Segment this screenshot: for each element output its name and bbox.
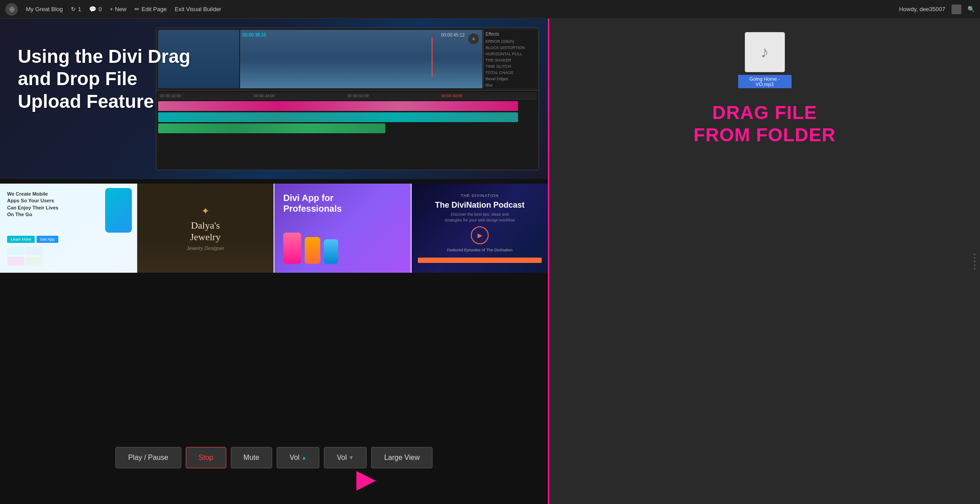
thumb1-btn2[interactable]: Get App [37, 236, 58, 243]
video-editor-top: + 00:00:38:15 00:00:45:12 Effects ERROR … [156, 28, 539, 90]
message-icon: 💬 [89, 6, 96, 12]
vol-up-label: Vol [290, 454, 299, 462]
drag-arrow-indicator [356, 471, 376, 491]
plus-icon[interactable]: + [468, 33, 479, 44]
new-label: + New [110, 6, 127, 12]
thumbnail-divi-app[interactable]: Divi App for Professionals [274, 184, 412, 273]
thumb1-title: We Create Mobile Apps So Your Users Can … [7, 191, 61, 218]
vol-down-label: Vol [337, 454, 347, 462]
video-thumb-main: + 00:00:38:15 00:00:45:12 [240, 30, 483, 88]
play-pause-label: Play / Pause [128, 454, 168, 462]
right-arrow-icon [356, 471, 376, 491]
comments-link[interactable]: ↻ 1 [71, 6, 81, 12]
drag-text-line2: FROM FOLDER [694, 124, 836, 146]
timeline-ruler: 00:00:16:00 00:00:24:00 00:00:32:00 00:0… [158, 92, 537, 99]
podcast-description: Discover the best tips, ideas and strate… [444, 212, 515, 223]
new-content-button[interactable]: + New [110, 6, 127, 12]
right-panel: ♪ Going Home - VO.mp3 DRAG FILE FROM FOL… [548, 19, 980, 504]
thumb1-phone-graphic [105, 188, 132, 233]
stop-label: Stop [199, 454, 213, 462]
dot-2 [974, 257, 976, 259]
volume-down-arrow-icon: ▼ [349, 455, 354, 461]
divi-app-phones [283, 233, 402, 264]
messages-link[interactable]: 💬 0 [89, 6, 102, 12]
podcast-title: The DiviNation Podcast [435, 201, 524, 210]
drag-file-text: DRAG FILE FROM FOLDER [694, 102, 836, 147]
podcast-episode-label: Featured Episodes of The DiviNation [447, 248, 513, 252]
timeline-area: 00:00:16:00 00:00:24:00 00:00:32:00 00:0… [156, 90, 539, 170]
divi-app-title: Divi App for Professionals [283, 193, 346, 214]
file-name-label: Going Home - VO.mp3 [738, 75, 792, 88]
volume-down-button[interactable]: Vol ▼ [324, 447, 367, 468]
podcast-label: THE DIVINATION [461, 193, 498, 198]
site-name-link[interactable]: My Great Blog [26, 6, 63, 12]
jewelry-gradient [137, 237, 274, 273]
site-name: My Great Blog [26, 6, 63, 12]
thumbnails-section: We Create Mobile Apps So Your Users Can … [0, 184, 548, 273]
mute-button[interactable]: Mute [231, 447, 273, 468]
thumb3-bg: Divi App for Professionals [274, 184, 411, 273]
effects-panel: Effects ERROR (Glitch) BLOCK DISTORTION … [483, 30, 537, 88]
large-view-label: Large View [384, 454, 420, 462]
timeline-track-1 [158, 101, 518, 111]
exit-builder-link[interactable]: Exit Visual Builder [175, 6, 221, 12]
dot-3 [974, 261, 976, 262]
admin-bar: ⊕ My Great Blog ↻ 1 💬 0 + New ✏ Edit Pag… [0, 0, 980, 19]
thumbnail-jewelry[interactable]: ✦ Dalya'sJewelry Jewelry Designer [137, 184, 274, 273]
scrollbar-dots [974, 254, 976, 270]
file-icon-box: ♪ [745, 32, 785, 72]
wp-logo-icon[interactable]: ⊕ [5, 3, 18, 16]
user-avatar[interactable] [951, 4, 961, 14]
playhead [432, 37, 433, 77]
dot-4 [974, 264, 976, 266]
file-icon-container[interactable]: ♪ Going Home - VO.mp3 [738, 32, 792, 88]
play-pause-button[interactable]: Play / Pause [115, 447, 181, 468]
thumb2-bg: ✦ Dalya'sJewelry Jewelry Designer [137, 184, 274, 273]
timecode-display: 00:00:38:15 [243, 33, 266, 37]
large-view-button[interactable]: Large View [371, 447, 433, 468]
stop-button[interactable]: Stop [186, 447, 226, 468]
play-icon: ▶ [478, 232, 482, 239]
edit-page-link[interactable]: ✏ Edit Page [135, 6, 167, 12]
editor-heading: Using the Divi Drag and Drop File Upload… [18, 45, 190, 113]
heading-line2: and Drop File [18, 68, 137, 89]
editor-overlay-text: Using the Divi Drag and Drop File Upload… [18, 45, 190, 113]
wordpress-icon: ⊕ [9, 5, 15, 13]
thumb1-btn1[interactable]: Learn More [7, 236, 35, 243]
thumb1-grid [7, 246, 43, 266]
dot-1 [974, 254, 976, 255]
search-icon[interactable]: 🔍 [968, 6, 975, 12]
main-content: Using the Divi Drag and Drop File Upload… [0, 19, 548, 504]
thumb1-buttons: Learn More Get App [7, 236, 129, 243]
controls-section: Play / Pause Stop Mute Vol ▲ Vol ▼ Large… [0, 438, 548, 477]
howdy-text: Howdy, dee35007 [899, 6, 945, 12]
timecode-end: 00:00:45:12 [441, 33, 465, 37]
admin-bar-right: Howdy, dee35007 🔍 [899, 4, 975, 14]
drag-text-line1: DRAG FILE [694, 102, 836, 124]
messages-count: 0 [98, 6, 102, 12]
heading-line3: Upload Feature [18, 91, 154, 112]
timeline-track-2 [158, 112, 518, 122]
edit-page-label: Edit Page [142, 6, 167, 12]
volume-up-button[interactable]: Vol ▲ [277, 447, 319, 468]
thumb1-bg: We Create Mobile Apps So Your Users Can … [0, 184, 136, 273]
music-note-icon: ♪ [761, 43, 769, 61]
timeline-track-3 [158, 123, 385, 133]
exit-builder-label: Exit Visual Builder [175, 6, 221, 12]
thumbnail-mobile-app[interactable]: We Create Mobile Apps So Your Users Can … [0, 184, 137, 273]
editor-section: Using the Divi Drag and Drop File Upload… [0, 19, 548, 179]
dot-5 [974, 268, 976, 270]
heading-line1: Using the Divi Drag [18, 46, 190, 67]
mute-label: Mute [244, 454, 260, 462]
thumbnail-divination-podcast[interactable]: THE DIVINATION The DiviNation Podcast Di… [412, 184, 548, 273]
volume-up-arrow-icon: ▲ [301, 455, 306, 461]
podcast-progress-bar [418, 258, 542, 263]
pencil-icon: ✏ [135, 6, 139, 12]
video-editor-simulation: + 00:00:38:15 00:00:45:12 Effects ERROR … [156, 28, 539, 170]
comments-count: 1 [78, 6, 81, 12]
thumb4-bg: THE DIVINATION The DiviNation Podcast Di… [412, 184, 548, 273]
podcast-play-button[interactable]: ▶ [471, 226, 489, 244]
refresh-icon: ↻ [71, 6, 76, 12]
jewelry-star-icon: ✦ [187, 205, 224, 217]
